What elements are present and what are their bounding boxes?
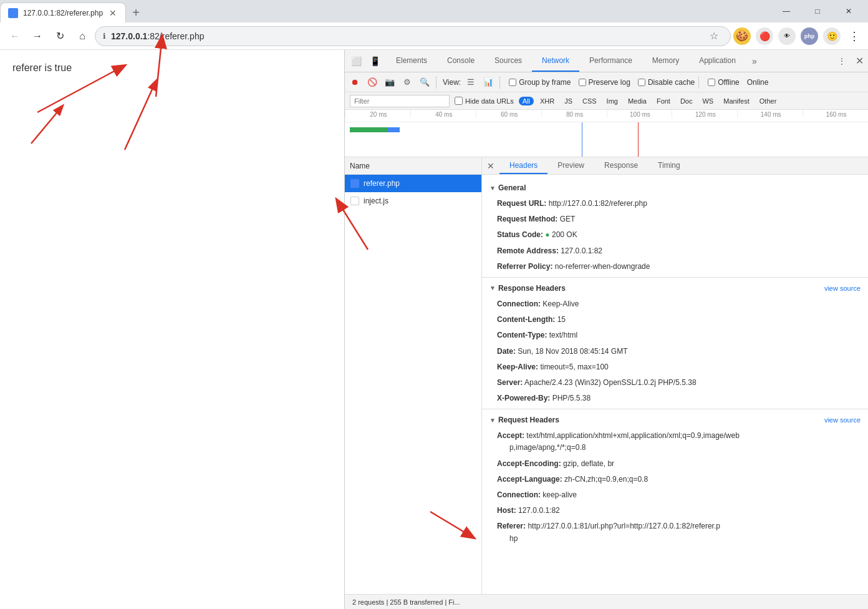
chrome-menu-button[interactable]: ⋮ [846,27,863,45]
panel-close-button[interactable]: ✕ [482,157,499,175]
minimize-button[interactable]: — [772,2,801,20]
online-label: Online [747,78,769,87]
maximize-button[interactable]: □ [803,2,832,20]
response-headers-title: Response Headers [498,284,566,293]
panel-tab-headers[interactable]: Headers [499,157,547,174]
file-item-referer[interactable]: referer.php [345,175,481,192]
filter-img[interactable]: Img [603,97,622,105]
filter-js[interactable]: JS [561,97,576,105]
referrer-policy-key: Referrer Policy: [497,262,552,271]
back-button[interactable]: ← [5,26,25,46]
devtools-close-button[interactable]: ✕ [851,52,868,70]
timeline-marker-domload [582,122,582,157]
home-button[interactable]: ⌂ [72,26,92,46]
search-button[interactable]: 🔍 [417,75,432,90]
panel-tab-timing[interactable]: Timing [648,157,690,174]
panel-tab-response[interactable]: Response [594,157,648,174]
filter-all[interactable]: All [519,97,534,105]
filter-button[interactable]: ⚙ [400,75,415,90]
list-view-button[interactable]: ☰ [463,75,478,90]
cookie-extension-icon[interactable]: 🍪 [733,27,751,45]
active-tab[interactable]: 127.0.0.1:82/referer.php ✕ [0,2,126,22]
tab-close-button[interactable]: ✕ [108,8,118,18]
file-name-referer: referer.php [364,179,400,188]
filter-bar: Hide data URLs All XHR JS CSS Img Media … [345,92,868,110]
devtools-actions: ⬜ 📱 [345,52,386,70]
resp-keep-alive-key: Keep-Alive: [497,363,538,371]
element-picker-button[interactable]: ⬜ [347,52,365,70]
bookmark-button[interactable]: ☆ [705,27,723,45]
refresh-button[interactable]: ↻ [50,26,70,46]
timeline-marker-load [638,122,639,157]
response-headers-view-source[interactable]: view source [824,285,861,292]
extension-icon-face[interactable]: 🙂 [823,27,841,45]
filter-font[interactable]: Font [653,97,674,105]
extension-icon-php[interactable]: php [801,27,818,45]
devtools-toolbar: ⬜ 📱 Elements Console Sources Network Per… [345,50,868,72]
device-toggle-button[interactable]: 📱 [366,52,383,70]
section-divider-2 [482,409,868,409]
window-controls: — □ ✕ [772,2,868,22]
filter-input[interactable] [350,95,450,107]
filter-other[interactable]: Other [756,97,781,105]
status-code-row: Status Code: ● 200 OK [482,227,868,243]
browser-window: 127.0.0.1:82/referer.php ✕ + — □ ✕ ← → ↻… [0,0,868,609]
tab-console[interactable]: Console [437,50,485,72]
tab-memory[interactable]: Memory [642,50,689,72]
request-headers-view-source[interactable]: view source [824,416,861,424]
filter-css[interactable]: CSS [579,97,600,105]
filter-xhr[interactable]: XHR [536,97,558,105]
tick-100ms: 100 ms [607,110,672,118]
view-label: View: [443,78,461,87]
response-headers-section-header[interactable]: Response Headers view source [482,280,868,296]
filter-manifest[interactable]: Manifest [720,97,753,105]
tab-sources[interactable]: Sources [485,50,532,72]
devtools-settings-button[interactable]: ⋮ [833,52,851,70]
new-tab-button[interactable]: + [126,2,146,22]
disable-cache-checkbox[interactable]: Disable cache [638,78,695,87]
tab-title: 127.0.0.1:82/referer.php [23,9,103,17]
request-url-value: http://127.0.0.1:82/referer.php [549,199,647,208]
record-button[interactable]: ⏺ [347,75,362,90]
tabs-more-button[interactable]: » [746,52,763,70]
resp-content-length-key: Content-Length: [497,315,555,324]
group-by-frame-checkbox[interactable]: Group by frame [509,78,571,87]
address-text: 127.0.0.1:82/referer.php [111,31,700,41]
tab-network[interactable]: Network [532,50,579,72]
tab-application[interactable]: Application [689,50,746,72]
timeline: 20 ms 40 ms 60 ms 80 ms 100 ms 120 ms 14… [345,110,868,157]
extension-icon-3[interactable]: 👁 [778,27,796,45]
clear-button[interactable]: 🚫 [365,75,380,90]
timeline-content [345,122,868,157]
capture-screenshot-button[interactable]: 📷 [382,75,397,90]
req-host-row: Host: 127.0.0.1:82 [482,503,868,519]
tab-elements[interactable]: Elements [386,50,437,72]
waterfall-view-button[interactable]: 📊 [481,75,496,90]
extension-icon-2[interactable]: 🔴 [756,27,773,45]
tab-performance[interactable]: Performance [579,50,642,72]
general-section-header[interactable]: General [482,180,868,196]
close-button[interactable]: ✕ [834,2,863,20]
filter-doc[interactable]: Doc [677,97,697,105]
svg-line-0 [125,81,156,150]
offline-checkbox[interactable]: Offline [708,78,739,87]
file-name-inject: inject.js [364,197,388,205]
panel-tab-preview[interactable]: Preview [547,157,594,174]
forward-button[interactable]: → [27,26,47,46]
filter-ws[interactable]: WS [698,97,717,105]
section-divider-1 [482,277,868,278]
page-content: referer is true [0,50,344,609]
timeline-bar-request [387,127,400,132]
request-method-row: Request Method: GET [482,212,868,227]
filter-media[interactable]: Media [624,97,650,105]
request-method-value: GET [560,215,576,223]
preserve-log-checkbox[interactable]: Preserve log [579,78,630,87]
tick-40ms: 40 ms [410,110,476,118]
address-bar[interactable]: ℹ 127.0.0.1:82/referer.php ☆ [95,26,731,46]
file-list-header: Name [345,157,481,175]
request-headers-section-header[interactable]: Request Headers view source [482,412,868,428]
file-list-area: Name referer.php inject.js [345,157,868,594]
hide-data-urls-checkbox[interactable]: Hide data URLs [455,97,514,105]
resp-x-powered-value: PHP/5.5.38 [552,394,591,402]
file-item-inject[interactable]: inject.js [345,192,481,210]
